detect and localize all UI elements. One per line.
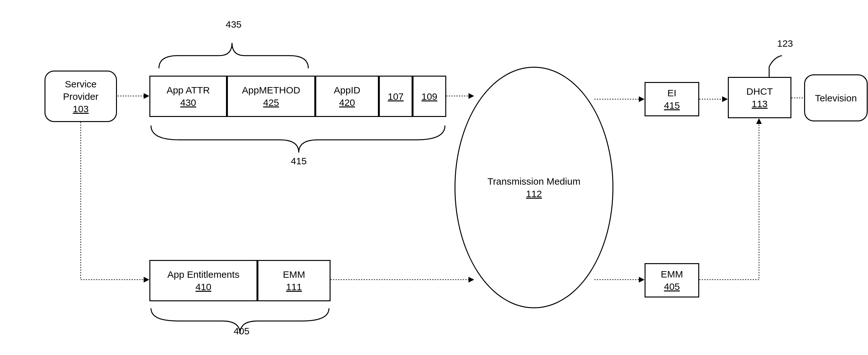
- app-attr-ref: 430: [180, 96, 196, 109]
- emm-right-ref: 405: [664, 280, 680, 293]
- label-415-top: 415: [286, 156, 311, 166]
- n107-box: 107: [379, 76, 412, 117]
- app-attr-box: App ATTR 430: [149, 76, 227, 117]
- dhct-title: DHCT: [746, 85, 773, 98]
- connector-overlay: [0, 0, 868, 355]
- app-id-title: AppID: [334, 84, 360, 96]
- emm-left-box: EMM 111: [257, 260, 331, 301]
- app-method-title: AppMETHOD: [242, 84, 300, 96]
- app-attr-title: App ATTR: [166, 84, 210, 96]
- app-id-box: AppID 420: [315, 76, 379, 117]
- emm-right-box: EMM 405: [645, 263, 699, 297]
- label-123: 123: [772, 38, 798, 49]
- television-box: Television: [804, 74, 868, 121]
- app-method-ref: 425: [263, 96, 279, 109]
- ei-box: EI 415: [645, 82, 699, 116]
- dhct-ref: 113: [752, 98, 768, 110]
- television-title: Television: [815, 92, 857, 104]
- n109-box: 109: [412, 76, 446, 117]
- service-provider-ref: 103: [73, 103, 89, 115]
- app-entitlements-ref: 410: [195, 281, 211, 293]
- service-provider-box: Service Provider 103: [44, 70, 117, 122]
- app-id-ref: 420: [339, 96, 355, 109]
- label-405-bottom: 405: [229, 326, 254, 336]
- ei-title: EI: [668, 87, 676, 99]
- transmission-ref: 112: [526, 188, 542, 200]
- service-provider-title: Service Provider: [63, 78, 98, 103]
- dhct-box: DHCT 113: [728, 77, 792, 118]
- ei-ref: 415: [664, 99, 680, 111]
- emm-right-title: EMM: [661, 268, 683, 280]
- emm-left-title: EMM: [283, 268, 305, 281]
- app-entitlements-title: App Entitlements: [167, 268, 240, 281]
- transmission-title: Transmission Medium: [488, 175, 580, 188]
- label-435: 435: [221, 19, 246, 30]
- emm-left-ref: 111: [286, 281, 302, 293]
- n107-ref: 107: [388, 90, 404, 103]
- n109-ref: 109: [422, 90, 437, 103]
- app-entitlements-box: App Entitlements 410: [149, 260, 257, 301]
- app-method-box: AppMETHOD 425: [227, 76, 315, 117]
- transmission-medium: Transmission Medium 112: [455, 67, 613, 308]
